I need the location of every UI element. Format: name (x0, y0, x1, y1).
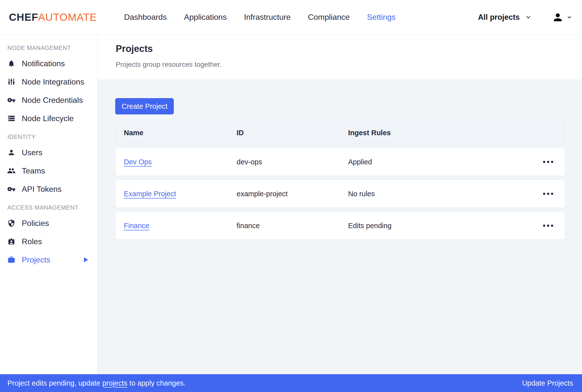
row-menu-button[interactable] (542, 190, 554, 198)
sidebar-section-access-management: ACCESS MANAGEMENT (0, 198, 98, 214)
sidebar-item-node-lifecycle[interactable]: Node Lifecycle (0, 109, 98, 128)
row-menu-button[interactable] (542, 222, 554, 230)
shield-icon (7, 219, 16, 227)
sidebar-item-label: Node Lifecycle (22, 114, 74, 123)
briefcase-icon (7, 256, 16, 264)
sidebar-item-label: Projects (22, 255, 50, 264)
project-name-link[interactable]: Finance (124, 222, 149, 230)
project-id-cell: dev-ops (236, 158, 348, 166)
settings-sidebar: NODE MANAGEMENT Notifications Node Integ… (0, 34, 98, 374)
sidebar-item-label: Policies (22, 219, 49, 228)
banner-message-prefix: Project edits pending, update (8, 379, 100, 387)
create-project-button[interactable]: Create Project (115, 98, 174, 114)
arrow-right-icon (84, 257, 88, 262)
column-header-name: Name (124, 129, 236, 137)
sidebar-item-label: Teams (22, 166, 45, 176)
topbar-right: All projects (478, 11, 572, 23)
ingest-rules-cell: Edits pending (348, 222, 538, 230)
sidebar-item-label: Users (22, 148, 42, 157)
sidebar-section-identity: IDENTITY (0, 128, 98, 143)
project-name-link[interactable]: Example Project (124, 190, 176, 198)
ellipsis-icon (543, 161, 545, 163)
banner-projects-link[interactable]: projects (102, 379, 128, 387)
main-nav: Dashboards Applications Infrastructure C… (124, 12, 396, 22)
sidebar-item-users[interactable]: Users (0, 143, 98, 162)
nav-applications[interactable]: Applications (184, 12, 227, 22)
nav-dashboards[interactable]: Dashboards (124, 12, 167, 22)
chevron-down-icon (567, 14, 572, 20)
logo-chef-text: CHEF (9, 11, 38, 23)
table-header-row: Name ID Ingest Rules (115, 121, 565, 144)
app-body: NODE MANAGEMENT Notifications Node Integ… (0, 34, 582, 374)
sidebar-item-label: Notifications (22, 59, 65, 68)
pending-edits-banner: Project edits pending, update projects t… (0, 374, 582, 392)
sidebar-item-label: Node Integrations (22, 77, 84, 86)
project-name-link[interactable]: Dev Ops (124, 158, 152, 166)
sidebar-item-node-credentials[interactable]: Node Credentials (0, 91, 98, 109)
top-navigation-bar: CHEFAUTOMATE Dashboards Applications Inf… (0, 0, 582, 34)
people-icon (7, 166, 16, 175)
banner-message: Project edits pending, update projects t… (8, 379, 186, 387)
page-subtitle: Projects group resources together. (116, 60, 564, 68)
nav-infrastructure[interactable]: Infrastructure (244, 12, 291, 22)
person-icon (7, 148, 16, 156)
sidebar-item-roles[interactable]: Roles (0, 232, 98, 250)
update-projects-button[interactable]: Update Projects (522, 379, 573, 387)
key-icon (7, 96, 16, 104)
logo-automate-text: AUTOMATE (38, 11, 97, 23)
sidebar-item-node-integrations[interactable]: Node Integrations (0, 73, 98, 91)
table-row: Example Project example-project No rules (115, 180, 565, 208)
badge-icon (7, 238, 16, 246)
nav-compliance[interactable]: Compliance (308, 12, 350, 22)
projects-filter-label: All projects (478, 13, 520, 22)
table-row: Finance finance Edits pending (115, 212, 565, 240)
table-row: Dev Ops dev-ops Applied (115, 148, 565, 176)
user-menu[interactable] (552, 11, 572, 23)
sidebar-item-label: API Tokens (22, 185, 62, 194)
list-icon (7, 114, 16, 122)
row-menu-button[interactable] (542, 158, 554, 166)
main-content: Projects Projects group resources togeth… (98, 34, 582, 374)
ellipsis-icon (543, 225, 545, 227)
column-header-id: ID (236, 129, 348, 137)
sliders-icon (7, 78, 16, 86)
projects-filter-dropdown[interactable]: All projects (478, 13, 532, 22)
sidebar-item-api-tokens[interactable]: API Tokens (0, 180, 98, 198)
projects-content: Create Project Name ID Ingest Rules Dev … (98, 79, 582, 374)
bell-icon (7, 60, 16, 68)
chef-automate-logo[interactable]: CHEFAUTOMATE (9, 11, 97, 23)
page-header: Projects Projects group resources togeth… (98, 34, 582, 79)
sidebar-item-teams[interactable]: Teams (0, 162, 98, 180)
sidebar-item-label: Node Credentials (22, 96, 83, 105)
sidebar-item-projects[interactable]: Projects (0, 250, 98, 269)
ingest-rules-cell: No rules (348, 190, 538, 198)
column-header-ingest-rules: Ingest Rules (348, 129, 538, 137)
sidebar-item-policies[interactable]: Policies (0, 214, 98, 232)
project-id-cell: finance (236, 222, 348, 230)
ingest-rules-cell: Applied (348, 158, 538, 166)
key-icon (7, 185, 16, 193)
sidebar-section-node-management: NODE MANAGEMENT (0, 38, 98, 54)
sidebar-item-notifications[interactable]: Notifications (0, 54, 98, 73)
projects-table: Name ID Ingest Rules Dev Ops dev-ops App… (115, 121, 565, 240)
nav-settings[interactable]: Settings (367, 12, 396, 22)
ellipsis-icon (543, 193, 545, 195)
chevron-down-icon (525, 14, 532, 20)
banner-message-suffix: to apply changes. (129, 379, 186, 387)
user-avatar-icon (552, 11, 564, 23)
project-id-cell: example-project (236, 190, 348, 198)
page-title: Projects (116, 44, 564, 54)
sidebar-item-label: Roles (22, 237, 42, 246)
